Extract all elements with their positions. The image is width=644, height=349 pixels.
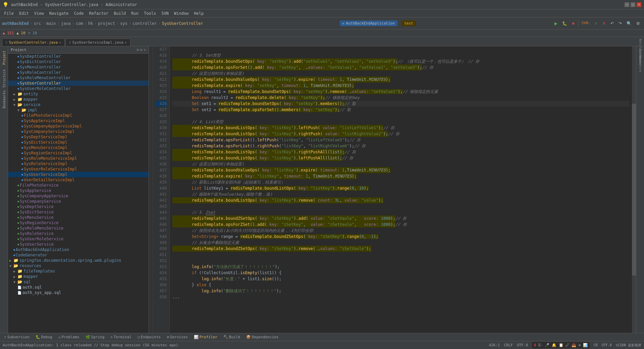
tree-item-sysdictserviceimpl[interactable]: ● SysDictServiceImpl bbox=[8, 140, 149, 145]
tree-item-service[interactable]: ▼ 📂 service bbox=[8, 102, 149, 107]
sidebar-gear[interactable]: ⚙ bbox=[137, 48, 139, 52]
tree-item-sysregionservice[interactable]: ● SysRegionService bbox=[8, 220, 149, 226]
menu-view[interactable]: View bbox=[32, 10, 47, 16]
svn-x[interactable]: ✗ bbox=[600, 20, 608, 27]
tree-item-sysrolecontroller[interactable]: ● SysRoleController bbox=[8, 70, 149, 75]
scrollbar-thumb[interactable] bbox=[632, 104, 636, 276]
tree-item-entity[interactable]: ▶ 📁 entity bbox=[8, 91, 149, 97]
tree-item-filetemplates[interactable]: ▶ 📁 fileTemplates bbox=[8, 268, 149, 274]
tree-item-sysuserservice[interactable]: ● SysUserService bbox=[8, 242, 149, 247]
tree-item-filephotoservice[interactable]: ● FilePhotoService bbox=[8, 183, 149, 188]
tree-item-sysmenuservice[interactable]: ● SysMenuService bbox=[8, 215, 149, 220]
code-text[interactable]: // 3、Set类型 redisTemplate.boundSetOps( ke… bbox=[170, 46, 632, 333]
menu-navigate[interactable]: Navigate bbox=[47, 10, 71, 16]
minimize-button[interactable]: ─ bbox=[625, 2, 629, 7]
subversion-btn[interactable]: ↑ Subversion bbox=[1, 334, 32, 340]
profiler-btn[interactable]: 📊 Profiler bbox=[191, 334, 220, 340]
services-btn[interactable]: ⚙ Services bbox=[164, 334, 191, 340]
bookmarks-tab[interactable]: Bookmarks bbox=[1, 89, 7, 109]
redo-button[interactable]: ↷ bbox=[616, 20, 624, 27]
tab-close-1[interactable]: ✕ bbox=[59, 41, 61, 44]
tree-item-sysdictcontroller[interactable]: ● SysDictController bbox=[8, 59, 149, 64]
tree-item-sysdictservice[interactable]: ● SysDictService bbox=[8, 209, 149, 215]
sidebar-collapse[interactable]: ≡ bbox=[140, 48, 143, 52]
tree-item-sysroleservice[interactable]: ● SysRoleService bbox=[8, 231, 149, 236]
tree-item-sysuserroleservice[interactable]: ● SysUserRoleService bbox=[8, 236, 149, 242]
tree-item-sysappservice[interactable]: ● SysAppService bbox=[8, 188, 149, 193]
spring-btn[interactable]: 🌿 Spring bbox=[83, 334, 107, 340]
tree-item-sysregionserviceimpl[interactable]: ● SysRegionServiceImpl bbox=[8, 150, 149, 156]
menu-build[interactable]: Build bbox=[111, 10, 128, 16]
structure-panel-btn[interactable]: Structure bbox=[637, 61, 643, 67]
menu-tools[interactable]: Tools bbox=[141, 10, 159, 16]
tree-item-mapper[interactable]: ▶ 📁 mapper bbox=[8, 97, 149, 102]
tree-item-userdetailserviceimpl[interactable]: ● UserDetailServiceImpl bbox=[8, 177, 149, 183]
tree-item-resources[interactable]: ▼ 📂 resources bbox=[8, 263, 149, 268]
tab-close-2[interactable]: ✕ bbox=[125, 41, 127, 44]
run-config[interactable]: ▶ AuthBackEndApplication bbox=[340, 20, 397, 26]
tree-item-sql[interactable]: ▼ 📂 sql bbox=[8, 279, 149, 285]
build-btn[interactable]: 🔨 Build bbox=[221, 334, 243, 340]
svn-check[interactable]: ✓ bbox=[592, 20, 600, 27]
tree-item-sysuserserviceimpl[interactable]: ● SysUserServiceImpl bbox=[8, 172, 149, 177]
tree-item-sysusercontroller[interactable]: ● SysUserController bbox=[8, 81, 149, 86]
menu-svn[interactable]: SVN bbox=[159, 10, 171, 16]
tree-item-mapper2[interactable]: ▶ 📁 mapper bbox=[8, 274, 149, 279]
tree-item-sysrolemenuservice[interactable]: ● SysRoleMenuService bbox=[8, 226, 149, 231]
settings-button[interactable]: ⚙ bbox=[634, 20, 642, 27]
tree-item-impl[interactable]: ▼ 📂 impl bbox=[8, 107, 149, 113]
breadcrumb-controller[interactable]: controller bbox=[132, 21, 157, 26]
run-button[interactable]: ▶ bbox=[552, 20, 559, 27]
search-button[interactable]: 🔍 bbox=[625, 20, 634, 27]
tree-item-sysrolemenucontroller[interactable]: ● SysRoleMenuController bbox=[8, 75, 149, 81]
menu-help[interactable]: Help bbox=[191, 10, 206, 16]
tree-item-sysdeptserviceimpl[interactable]: ● SysDeptServiceImpl bbox=[8, 134, 149, 140]
tree-item-codegenerator[interactable]: ● CodeGenerator bbox=[8, 252, 149, 258]
tree-item-sysmenuserviceimpl[interactable]: ● SysMenuServiceImpl bbox=[8, 145, 149, 150]
sidebar-close[interactable]: ✕ bbox=[144, 48, 146, 52]
problems-btn[interactable]: ⚠ Problems bbox=[56, 334, 82, 340]
breadcrumb-class[interactable]: SysUserController bbox=[162, 21, 203, 26]
tree-item-sysrolemenuserviceimpl[interactable]: ● SysRoleMenuServiceImpl bbox=[8, 156, 149, 161]
menu-refactor[interactable]: Refactor bbox=[86, 10, 111, 16]
tree-item-syscompanyserviceimpl[interactable]: ● SysCompanyServiceImpl bbox=[8, 129, 149, 134]
tree-item-filephotoserviceimpl[interactable]: ● FilePhotoServiceImpl bbox=[8, 113, 149, 118]
debug-button[interactable]: 🐛 bbox=[560, 20, 569, 27]
tree-item-authsql[interactable]: 📄 auth.sql bbox=[8, 285, 149, 290]
endpoints-btn[interactable]: ○ Endpoints bbox=[135, 334, 163, 340]
tree-item-sysuserrolecontroller[interactable]: ● SysUserRoleController bbox=[8, 86, 149, 91]
tree-item-springfox[interactable]: ▶ 📁 springfox.documentation.spring.web.p… bbox=[8, 258, 149, 263]
structure-tab-left[interactable]: Structure bbox=[1, 68, 7, 89]
menu-window[interactable]: Window bbox=[171, 10, 191, 16]
dependencies-btn[interactable]: 📦 Dependencies bbox=[244, 334, 281, 340]
tree-item-sysroleserviceimpl[interactable]: ● SysRoleServiceImpl bbox=[8, 161, 149, 166]
maximize-button[interactable]: □ bbox=[631, 2, 635, 7]
tab-sysusercontroller[interactable]: C SysUserController.java ✕ bbox=[2, 39, 65, 46]
project-tab[interactable]: Project bbox=[1, 48, 7, 68]
menu-run[interactable]: Run bbox=[128, 10, 141, 16]
tree-item-sysdeptservice[interactable]: ● SysDeptService bbox=[8, 204, 149, 209]
tab-sysuserserviceimpl[interactable]: C SysUserServiceImpl.java ✕ bbox=[65, 39, 130, 46]
close-button[interactable]: ✕ bbox=[637, 2, 641, 7]
breadcrumb-com[interactable]: com bbox=[76, 21, 83, 26]
tree-item-syscompanyappserviceimpl[interactable]: ● SysCompanyAppServiceImpl bbox=[8, 123, 149, 129]
breadcrumb-project[interactable]: project bbox=[98, 21, 115, 26]
tree-item-sysdeptcontroller[interactable]: ● SysDeptController bbox=[8, 54, 149, 59]
tree-item-sysuserroleserviceimpl[interactable]: ● SysUserRoleServiceImpl bbox=[8, 166, 149, 172]
tree-item-authsysappsql[interactable]: 📄 auth_sys_app.sql bbox=[8, 290, 149, 295]
menu-edit[interactable]: Edit bbox=[16, 10, 32, 16]
breadcrumb-main[interactable]: main bbox=[46, 21, 56, 26]
stop-button[interactable]: ■ bbox=[570, 20, 576, 27]
breadcrumb-hk[interactable]: hk bbox=[88, 21, 93, 26]
breadcrumb-java[interactable]: java bbox=[61, 21, 71, 26]
tree-item-sysmenucontroller[interactable]: ● SysMenuController bbox=[8, 64, 149, 70]
breadcrumb-src[interactable]: src bbox=[34, 21, 41, 26]
menu-code[interactable]: Code bbox=[71, 10, 87, 16]
tree-item-sysappserviceimpl[interactable]: ● SysAppServiceImpl bbox=[8, 118, 149, 123]
menu-file[interactable]: File bbox=[1, 10, 16, 16]
scrollbar-track[interactable] bbox=[632, 46, 636, 333]
undo-button[interactable]: ↶ bbox=[608, 20, 616, 27]
terminal-btn[interactable]: > Terminal bbox=[108, 334, 134, 340]
tree-item-syscompanyappservice[interactable]: ● SysCompanyAppService bbox=[8, 193, 149, 199]
breadcrumb-sys[interactable]: sys bbox=[120, 21, 127, 26]
